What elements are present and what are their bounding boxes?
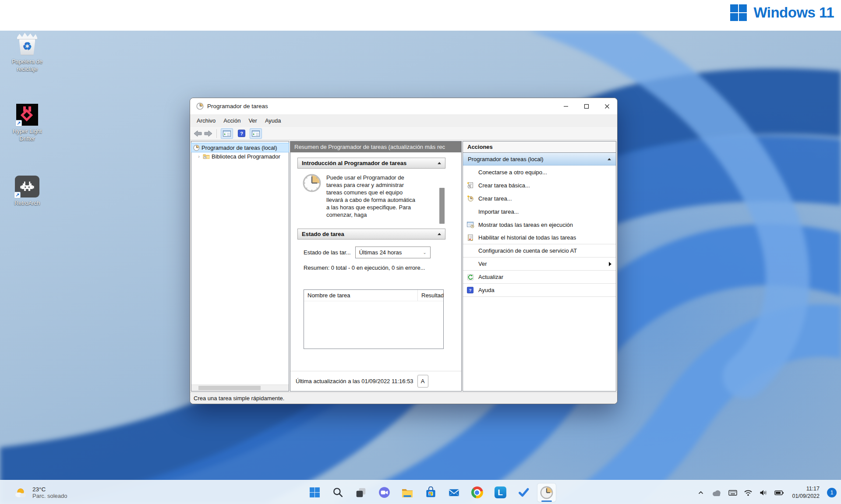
desktop-icon-hyper-light-drifter[interactable]: ↗ Hyper Light Drifter [6,104,48,143]
todo-check-button[interactable] [514,483,533,502]
window-status-bar: Crea una tarea simple rápidamente. [190,392,617,404]
task-scheduler-taskbar-button[interactable] [537,483,556,502]
file-explorer-icon [401,487,413,498]
maximize-icon [584,104,589,109]
desktop-icon-retroarch[interactable]: ↗ RetroArch [6,176,48,207]
chrome-button[interactable] [467,483,487,502]
file-explorer-button[interactable] [398,483,417,502]
maximize-button[interactable] [576,98,597,114]
check-icon [517,486,529,498]
action-at-service-account-config[interactable]: Configuración de cuenta de servicio AT [463,244,616,257]
back-arrow-icon[interactable] [194,130,202,137]
action-label: Importar tarea... [478,208,519,215]
last-update-text: Última actualización a las 01/09/2022 11… [296,378,413,384]
intro-groupbox: Introducción al Programador de tareas [297,158,445,224]
mail-icon [448,486,459,498]
tree-horizontal-scrollbar[interactable] [191,384,289,391]
action-label: Conectarse a otro equipo... [478,169,547,176]
retroarch-icon: ↗ [15,176,39,197]
touch-keyboard-icon[interactable] [728,488,738,497]
weather-temperature: 23°C [32,486,67,493]
tree-item-task-scheduler-local[interactable]: Programador de tareas (local) [191,143,289,152]
action-create-basic-task[interactable]: Crear tarea básica... [463,179,616,192]
minimize-icon [563,104,569,109]
menu-accion[interactable]: Acción [219,116,244,126]
desktop-icon-label: Papelera de reciclaje [6,58,48,73]
mail-button[interactable] [444,483,463,502]
shortcut-arrow-icon: ↗ [14,192,21,198]
task-view-button[interactable] [351,483,371,502]
actions-group-title: Programador de tareas (local) [468,156,544,162]
forward-arrow-icon[interactable] [204,130,212,137]
close-button[interactable] [597,98,617,114]
notification-badge[interactable]: 1 [827,488,837,497]
search-button[interactable] [328,483,347,502]
action-import-task[interactable]: Importar tarea... [463,205,616,218]
chat-button[interactable] [375,483,394,502]
window-content: Programador de tareas (local) › Bibliote… [190,140,617,392]
task-status-group-title: Estado de tarea [302,231,344,237]
action-label: Crear tarea básica... [478,182,530,189]
show-action-pane-button[interactable] [250,128,262,139]
summary-pane-header: Resumen de Programador de tareas (actual… [290,141,461,152]
window-titlebar[interactable]: Programador de tareas [190,98,617,114]
task-view-icon [355,487,367,498]
show-console-tree-icon [223,130,231,137]
action-label: Mostrar todas las tareas en ejecución [478,222,573,228]
minimize-button[interactable] [555,98,576,114]
menu-ayuda[interactable]: Ayuda [261,116,285,126]
collapse-caret-icon[interactable] [438,233,441,235]
action-refresh[interactable]: Actualizar [463,271,616,284]
action-enable-task-history[interactable]: Habilitar el historial de todas las tare… [463,231,616,244]
time-range-combobox[interactable]: Últimas 24 horas ⌄ [355,247,431,258]
intro-scrollbar-thumb[interactable] [439,188,445,224]
collapse-caret-icon[interactable] [608,158,611,160]
menu-bar: Archivo Acción Ver Ayuda [190,114,617,127]
volume-icon[interactable] [759,488,768,497]
collapse-caret-icon[interactable] [438,162,441,164]
refresh-button[interactable]: A [417,375,428,388]
task-scheduler-icon [193,145,200,151]
action-label: Habilitar el historial de todas las tare… [478,234,576,241]
task-status-group-header[interactable]: Estado de tarea [297,229,445,240]
tray-date: 01/09/2022 [792,493,820,500]
running-tasks-icon [467,222,478,228]
menu-ver[interactable]: Ver [244,116,261,126]
wifi-icon[interactable] [743,488,753,497]
clock-icon [303,174,321,192]
expand-chevron-icon[interactable]: › [197,154,201,159]
action-create-task[interactable]: Crear tarea... [463,192,616,205]
action-view[interactable]: Ver [463,257,616,271]
chevron-up-icon[interactable] [696,488,705,497]
battery-icon[interactable] [774,488,784,497]
intro-content: Puede usar el Programador de tareas para… [297,169,445,224]
scrollbar-thumb[interactable] [198,386,261,390]
action-label: Actualizar [478,274,503,280]
scheduler-library-folder-icon [203,153,210,159]
action-help[interactable]: ? Ayuda [463,284,616,297]
column-header-task-name[interactable]: Nombre de tarea [304,290,418,301]
show-action-pane-icon [252,130,260,137]
clock-widget[interactable]: 11:17 01/09/2022 [792,485,820,500]
toolbar-help-button[interactable]: ? [235,128,247,139]
action-connect-other-computer[interactable]: Conectarse a otro equipo... [463,166,616,179]
action-show-running-tasks[interactable]: Mostrar todas las tareas en ejecución [463,218,616,231]
intro-group-header[interactable]: Introducción al Programador de tareas [297,158,445,169]
microsoft-store-button[interactable] [421,483,440,502]
actions-group-header[interactable]: Programador de tareas (local) [463,153,616,166]
create-basic-task-icon [467,182,478,189]
chevron-down-icon: ⌄ [423,250,426,255]
onedrive-icon[interactable] [711,488,722,497]
system-tray: 11:17 01/09/2022 1 [696,480,837,504]
weather-widget[interactable]: 23°C Parc. soleado [10,480,71,504]
task-scheduler-window: Programador de tareas Archivo Acción Ver… [190,98,618,404]
show-console-tree-button[interactable] [221,128,233,139]
summary-body: Introducción al Programador de tareas [290,152,461,371]
menu-archivo[interactable]: Archivo [193,116,219,126]
tree-item-scheduler-library[interactable]: › Biblioteca del Programador [191,152,289,161]
console-tree-pane: Programador de tareas (local) › Bibliote… [191,141,289,391]
desktop-icon-recycle-bin[interactable]: ♻ Papelera de reciclaje [6,32,48,73]
start-button[interactable] [305,483,324,502]
l-launcher-button[interactable]: L [491,483,510,502]
column-header-result[interactable]: Resultad [418,290,443,301]
